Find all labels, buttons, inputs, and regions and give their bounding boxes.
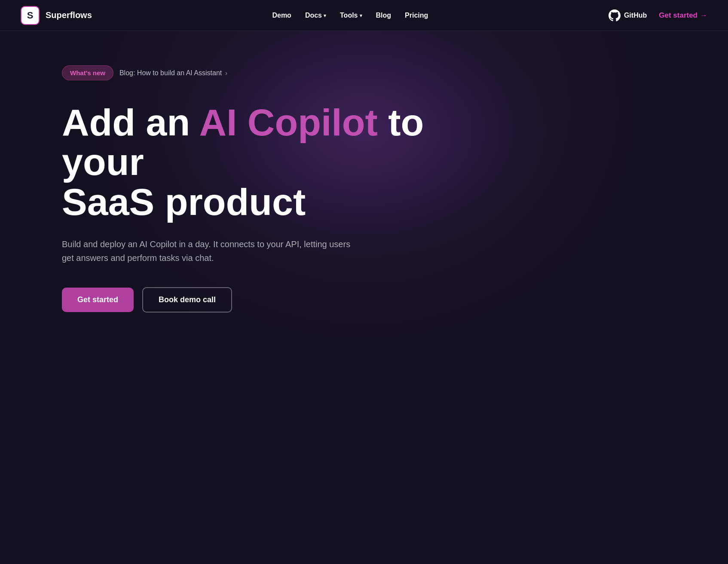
headline-line2: SaaS product xyxy=(62,181,306,223)
book-demo-button[interactable]: Book demo call xyxy=(142,287,232,313)
headline-highlight: AI Copilot xyxy=(199,101,377,144)
cta-buttons: Get started Book demo call xyxy=(62,287,666,313)
nav-link-tools[interactable]: Tools ▾ xyxy=(340,12,362,19)
nav-link-demo[interactable]: Demo xyxy=(272,12,291,19)
nav-logo-area: S Superflows xyxy=(21,6,92,25)
announcement-text: Blog: How to build an AI Assistant xyxy=(119,69,222,77)
tools-chevron-icon: ▾ xyxy=(360,13,362,18)
announcement-bar: What's new Blog: How to build an AI Assi… xyxy=(62,65,666,80)
nav-link-pricing[interactable]: Pricing xyxy=(405,12,428,19)
whats-new-badge[interactable]: What's new xyxy=(62,65,113,80)
main-navigation: S Superflows Demo Docs ▾ Tools ▾ Blog Pr… xyxy=(0,0,728,31)
nav-link-docs[interactable]: Docs ▾ xyxy=(305,12,326,19)
hero-subheadline: Build and deploy an AI Copilot in a day.… xyxy=(62,237,363,265)
hero-headline: Add an AI Copilot to your SaaS product xyxy=(62,103,449,222)
announcement-chevron-icon: › xyxy=(225,70,227,77)
nav-link-blog[interactable]: Blog xyxy=(376,12,392,19)
github-icon xyxy=(609,9,621,21)
headline-part1: Add an xyxy=(62,101,199,144)
brand-name: Superflows xyxy=(46,10,92,20)
arrow-icon: → xyxy=(700,11,707,20)
nav-links: Demo Docs ▾ Tools ▾ Blog Pricing xyxy=(272,12,428,19)
nav-get-started-button[interactable]: Get started → xyxy=(659,11,707,20)
github-label: GitHub xyxy=(624,12,647,19)
logo-box: S xyxy=(21,6,40,25)
logo-letter: S xyxy=(27,10,34,21)
announcement-link[interactable]: Blog: How to build an AI Assistant › xyxy=(119,69,227,77)
hero-section: What's new Blog: How to build an AI Assi… xyxy=(0,31,728,418)
get-started-button[interactable]: Get started xyxy=(62,288,134,312)
nav-actions: GitHub Get started → xyxy=(609,9,707,21)
github-link[interactable]: GitHub xyxy=(609,9,647,21)
docs-chevron-icon: ▾ xyxy=(324,13,326,18)
hero-content: What's new Blog: How to build an AI Assi… xyxy=(62,65,666,313)
